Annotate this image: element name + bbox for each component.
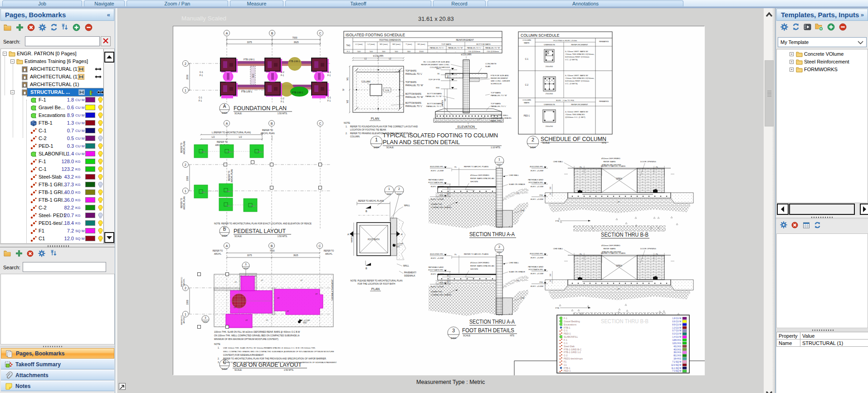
svg-text:1:50 MTS.: 1:50 MTS.	[284, 369, 294, 371]
svg-text:BOTTOM BARS: BOTTOM BARS	[405, 93, 421, 95]
svg-text:400: 400	[447, 75, 449, 79]
svg-text:OPEN: OPEN	[616, 265, 622, 267]
svg-text:BUILDING FFL: BUILDING FFL	[430, 253, 444, 255]
svg-text:250x300: 250x300	[546, 92, 553, 95]
svg-text:REFER TO FOUNDATION PLAN FOR T: REFER TO FOUNDATION PLAN FOR THE CORRECT…	[350, 126, 418, 128]
svg-text:8.9 CU M: 8.9 CU M	[673, 324, 682, 326]
svg-text:75: 75	[656, 253, 658, 255]
svg-text:PED-1: PED-1	[227, 205, 233, 207]
svg-text:W2 (mm): W2 (mm)	[392, 43, 400, 45]
svg-text:REINF. BARS SPACED AS: REINF. BARS SPACED AS	[470, 177, 494, 180]
svg-text:PED-1: PED-1	[228, 151, 234, 153]
svg-text:F-1: F-1	[564, 317, 567, 320]
svg-text:FTB-1/W-1: FTB-1/W-1	[241, 90, 253, 93]
svg-text:W1: W1	[346, 77, 349, 80]
svg-text:4-#10mm VERT. BARS W/: 4-#10mm VERT. BARS W/	[565, 111, 589, 113]
svg-text:ARCH'L PLAN: ARCH'L PLAN	[183, 141, 185, 155]
svg-text:F-1: F-1	[281, 74, 284, 77]
svg-text:75: 75	[454, 253, 457, 256]
svg-text:TOP BARS: TOP BARS	[491, 92, 501, 94]
svg-text:C-2: C-2	[281, 97, 284, 100]
svg-text:WELL COMPACTED GRAVEL BED ON C: WELL COMPACTED GRAVEL BED ON COMPACTED S…	[223, 350, 334, 353]
svg-text:L1 (mm): L1 (mm)	[356, 43, 363, 45]
svg-text:PARALLEL TO 'W': PARALLEL TO 'W'	[405, 96, 423, 98]
svg-text:FOOT BATH FFL: FOOT BATH FFL	[428, 181, 444, 184]
svg-text:2.: 2.	[218, 358, 219, 360]
svg-text:O.C. (3 SETS): O.C. (3 SETS)	[565, 82, 578, 85]
svg-text:NOTE:: NOTE:	[214, 343, 221, 345]
svg-text:I/T: I/T	[517, 192, 519, 194]
svg-text:REFER TO: REFER TO	[228, 170, 230, 181]
svg-text:RC COLUMN FOR SIZE AND: RC COLUMN FOR SIZE AND	[424, 61, 450, 63]
svg-text:#16 @200mm: #16 @200mm	[487, 50, 499, 53]
svg-text:ELEVATION: ELEVATION	[458, 125, 475, 128]
svg-text:12.0 SQ M: 12.0 SQ M	[671, 364, 681, 366]
svg-text:Ø10mm DEFORMED: Ø10mm DEFORMED	[601, 244, 620, 247]
svg-text:S/604: S/604	[222, 235, 228, 237]
svg-text:S/604: S/604	[203, 321, 208, 323]
svg-text:1: 1	[185, 89, 186, 92]
svg-text:REINFORCEMENT SEE CONC.: REINFORCEMENT SEE CONC.	[421, 63, 450, 66]
svg-text:FOOTBATH FFL: FOOTBATH FFL	[528, 181, 543, 184]
svg-text:DOOR OPENING: DOOR OPENING	[640, 160, 656, 163]
svg-text:1: 1	[185, 313, 186, 316]
svg-text:3375: 3375	[247, 254, 252, 257]
svg-text:7000: 7000	[292, 36, 297, 39]
svg-text:123.2 KG: 123.2 KG	[673, 342, 682, 344]
svg-text:100MM THK.: 100MM THK.	[431, 203, 443, 205]
svg-text:BOTTOM BARS: BOTTOM BARS	[427, 92, 442, 95]
svg-text:REFER TO ARCH'L PLANS: REFER TO ARCH'L PLANS	[464, 165, 488, 168]
svg-text:C-1: C-1	[564, 342, 567, 344]
svg-text:+0.20M.: +0.20M.	[396, 243, 404, 245]
svg-text:A: A	[226, 122, 228, 125]
svg-text:REFER TO: REFER TO	[324, 250, 334, 252]
svg-text:FFL: FFL	[303, 322, 307, 324]
svg-text:ELEV. +0.00M: ELEV. +0.00M	[531, 285, 543, 287]
svg-text:BUILDING FFL: BUILDING FFL	[530, 252, 543, 255]
svg-text:FTB: FTB	[556, 307, 559, 309]
svg-text:SCALE:: SCALE:	[234, 369, 242, 371]
svg-text:S/604: S/604	[222, 112, 228, 114]
svg-text:ARCH'L: ARCH'L	[183, 278, 185, 286]
svg-text:S/604: S/604	[497, 164, 501, 165]
svg-text:A: A	[226, 244, 228, 247]
svg-text:FGL: FGL	[539, 194, 543, 196]
svg-text:Ø10mm DEFORMED: Ø10mm DEFORMED	[470, 262, 489, 264]
svg-text:REMARKS: REMARKS	[599, 100, 609, 102]
svg-text:FOOTING DIMENSION: FOOTING DIMENSION	[379, 39, 400, 41]
svg-text:H1: H1	[444, 98, 446, 101]
svg-text:SECTION THRU B-B: SECTION THRU B-B	[601, 231, 649, 238]
svg-text:18.4 KG: 18.4 KG	[673, 358, 681, 360]
svg-text:Gravel Bedding: Gravel Bedding	[564, 320, 580, 323]
svg-text:ELEV. +0.10M: ELEV. +0.10M	[531, 185, 543, 188]
svg-text:PARALLEL TO 'W': PARALLEL TO 'W'	[405, 84, 423, 87]
svg-text:100: 100	[447, 187, 449, 189]
svg-text:1:50 MTS.: 1:50 MTS.	[278, 235, 288, 238]
svg-text:REFER TO: REFER TO	[217, 141, 228, 143]
svg-text:I/T: I/T	[618, 201, 620, 203]
svg-text:FOOT BATH FFL: FOOT BATH FFL	[428, 269, 444, 271]
svg-text:PAVEMENT/: PAVEMENT/	[404, 272, 417, 274]
svg-text:7.2 SQ M: 7.2 SQ M	[673, 361, 682, 363]
svg-text:200x300: 200x300	[546, 65, 553, 68]
svg-text:300: 300	[407, 50, 411, 53]
svg-text:100: 100	[550, 274, 551, 277]
svg-text:6@100mm REST @150mm: 6@100mm REST @150mm	[565, 56, 590, 58]
svg-text:REFER TO ARCHITECTURAL PLAN FO: REFER TO ARCHITECTURAL PLAN FOR THE PROV…	[223, 358, 327, 360]
svg-text:500: 500	[395, 50, 398, 53]
svg-text:PED1-ties/stirrups: PED1-ties/stirrups	[564, 357, 583, 360]
svg-text:1.: 1.	[218, 347, 219, 349]
svg-text:SLAB ON GRADE: SLAB ON GRADE	[509, 183, 525, 185]
svg-text:I/T: I/T	[261, 279, 263, 281]
svg-text:L1: L1	[364, 58, 367, 60]
svg-text:F-1: F-1	[281, 101, 284, 103]
svg-text:#16 @200mm: #16 @200mm	[468, 50, 480, 53]
svg-text:RFL: RFL	[396, 246, 400, 248]
svg-text:PLAN AND SECTION DETAIL: PLAN AND SECTION DETAIL	[383, 139, 460, 146]
svg-text:FTB-1 GRID 1-2: FTB-1 GRID 1-2	[564, 351, 581, 354]
svg-text:3: 3	[452, 328, 455, 333]
svg-text:C-1: C-1	[564, 329, 567, 332]
svg-text:7000: 7000	[270, 250, 275, 252]
svg-text:TAG: TAG	[346, 44, 351, 47]
svg-text:FTB-1/W-1: FTB-1/W-1	[244, 58, 255, 61]
